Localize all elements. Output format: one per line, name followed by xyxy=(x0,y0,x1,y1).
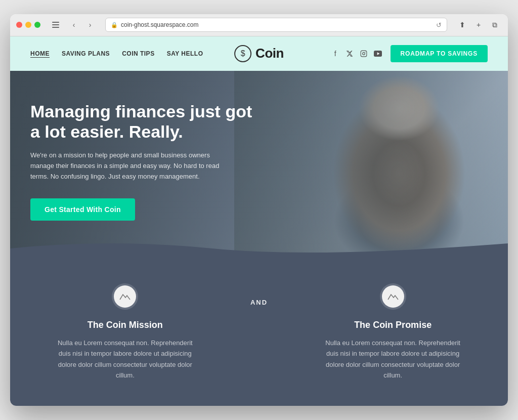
back-button[interactable]: ‹ xyxy=(67,18,81,32)
hero-content: Managing finances just got a lot easier.… xyxy=(10,71,273,251)
and-label: AND xyxy=(244,299,274,306)
svg-rect-1 xyxy=(52,24,59,25)
browser-titlebar: ‹ › 🔒 coin-ghost.squarespace.com ↺ ⬆ + ⧉ xyxy=(10,14,508,36)
facebook-icon[interactable]: f xyxy=(331,49,340,58)
promise-icon xyxy=(382,285,404,308)
logo-text: Coin xyxy=(255,46,284,61)
features-divider: AND xyxy=(244,283,274,316)
site-header: HOME SAVING PLANS COIN TIPS SAY HELLO $ … xyxy=(10,36,508,71)
mission-icon xyxy=(114,285,136,308)
header-right: f ROADMAP TO SAVINGS xyxy=(331,45,488,62)
nav-saving-plans[interactable]: SAVING PLANS xyxy=(62,50,110,57)
traffic-lights xyxy=(16,22,40,28)
promise-title: The Coin Promise xyxy=(322,320,464,330)
forward-button[interactable]: › xyxy=(83,18,97,32)
browser-nav: ‹ › xyxy=(67,18,97,32)
tabs-button[interactable]: ⧉ xyxy=(488,18,502,32)
youtube-icon[interactable] xyxy=(373,49,382,58)
logo-icon: $ xyxy=(234,45,251,62)
mission-text: Nulla eu Lorem consequat non. Reprehende… xyxy=(54,338,196,381)
promise-text: Nulla eu Lorem consequat non. Reprehende… xyxy=(322,338,464,381)
share-button[interactable]: ⬆ xyxy=(455,18,469,32)
svg-rect-3 xyxy=(361,51,367,57)
promise-icon-wrap xyxy=(380,283,406,310)
close-button[interactable] xyxy=(16,22,22,28)
nav-coin-tips[interactable]: COIN TIPS xyxy=(122,50,155,57)
site-logo[interactable]: $ Coin xyxy=(234,45,284,62)
hero-section: Managing finances just got a lot easier.… xyxy=(10,71,508,258)
hero-subtitle: We're on a mission to help people and sm… xyxy=(30,150,228,182)
roadmap-button[interactable]: ROADMAP TO SAVINGS xyxy=(391,45,488,62)
features-section: The Coin Mission Nulla eu Lorem consequa… xyxy=(10,258,508,406)
nav-say-hello[interactable]: SAY HELLO xyxy=(167,50,203,57)
svg-rect-2 xyxy=(52,27,59,28)
svg-point-4 xyxy=(362,52,365,55)
mission-title: The Coin Mission xyxy=(54,320,196,330)
website-content: HOME SAVING PLANS COIN TIPS SAY HELLO $ … xyxy=(10,36,508,406)
feature-promise-card: The Coin Promise Nulla eu Lorem consequa… xyxy=(312,283,474,381)
twitter-icon[interactable] xyxy=(345,49,354,58)
new-tab-button[interactable]: + xyxy=(471,18,486,32)
feature-mission-card: The Coin Mission Nulla eu Lorem consequa… xyxy=(44,283,206,381)
address-bar[interactable]: 🔒 coin-ghost.squarespace.com ↺ xyxy=(105,18,447,32)
mission-icon-wrap xyxy=(112,283,138,310)
browser-window: ‹ › 🔒 coin-ghost.squarespace.com ↺ ⬆ + ⧉… xyxy=(10,14,508,406)
reload-icon[interactable]: ↺ xyxy=(436,21,442,29)
hero-cta-button[interactable]: Get Started With Coin xyxy=(30,198,135,221)
url-text: coin-ghost.squarespace.com xyxy=(121,21,198,28)
maximize-button[interactable] xyxy=(34,22,40,28)
svg-rect-0 xyxy=(52,22,59,23)
social-icons: f xyxy=(331,49,382,58)
sidebar-toggle-button[interactable] xyxy=(49,18,63,32)
nav-home[interactable]: HOME xyxy=(30,50,50,57)
instagram-icon[interactable] xyxy=(359,49,368,58)
main-nav: HOME SAVING PLANS COIN TIPS SAY HELLO xyxy=(30,50,203,57)
browser-actions: ⬆ + ⧉ xyxy=(455,18,502,32)
hero-title: Managing finances just got a lot easier.… xyxy=(30,101,253,143)
lock-icon: 🔒 xyxy=(111,22,118,28)
minimize-button[interactable] xyxy=(25,22,31,28)
svg-point-5 xyxy=(365,52,365,52)
